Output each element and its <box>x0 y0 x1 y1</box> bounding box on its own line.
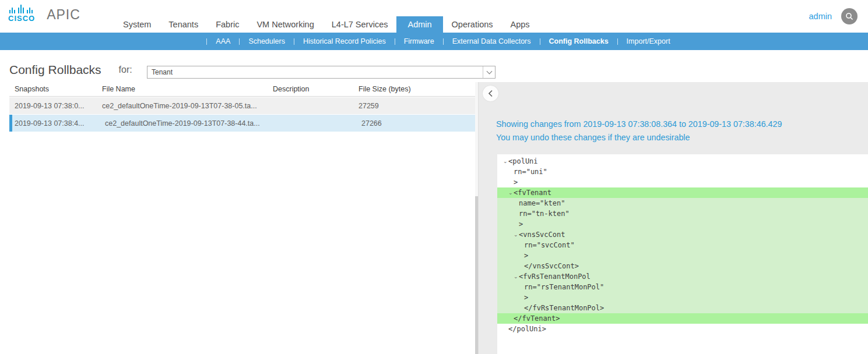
code-line: ⌄<polUni <box>497 156 868 167</box>
user-menu[interactable]: admin <box>809 12 832 21</box>
table-row[interactable]: 2019-09-13 07:38:4... ce2_defaultOneTime… <box>9 115 476 132</box>
app-header: CISCO APIC SystemTenantsFabricVM Network… <box>0 0 868 33</box>
top-nav-item[interactable]: System <box>114 16 160 33</box>
code-text: </fvRsTenantMonPol> <box>524 304 604 312</box>
subnav-item[interactable]: External Data Collectors <box>434 37 531 45</box>
top-nav-item[interactable]: VM Networking <box>248 16 322 33</box>
code-text: </vnsSvcCont> <box>524 262 579 270</box>
chevron-down-icon <box>483 66 495 78</box>
code-line: rn="tn-kten" <box>497 208 868 219</box>
table-row[interactable]: 2019-09-13 07:38:0... ce2_defaultOneTime… <box>9 97 476 114</box>
cell-file-name: ce2_defaultOneTime-2019-09-13T07-38-05.t… <box>97 102 268 110</box>
table-body: 2019-09-13 07:38:0... ce2_defaultOneTime… <box>9 97 476 132</box>
code-text: > <box>519 220 523 228</box>
subnav-item[interactable]: AAA <box>198 37 230 45</box>
top-nav-item[interactable]: Operations <box>443 16 502 33</box>
code-line: </vnsSvcCont> <box>497 261 868 271</box>
code-line: ⌄<fvRsTenantMonPol <box>497 271 868 282</box>
xml-diff-view[interactable]: ⌄<polUni rn="uni" > ⌄<fvTenant name="kte… <box>497 154 868 354</box>
cisco-logo: CISCO <box>8 5 35 23</box>
code-text: name="kten" <box>519 199 565 207</box>
cell-file-size: 27259 <box>353 102 476 110</box>
code-text: rn="svcCont" <box>524 241 575 249</box>
code-text: > <box>524 252 528 260</box>
search-icon <box>845 12 853 20</box>
column-header: Description <box>268 83 353 96</box>
brand: CISCO APIC <box>8 5 80 23</box>
collapse-arrow-icon[interactable]: ⌄ <box>503 156 508 167</box>
snapshots-table: SnapshotsFile NameDescriptionFile Size (… <box>9 83 476 132</box>
code-line: </fvRsTenantMonPol> <box>497 303 868 313</box>
code-text: <polUni <box>508 157 538 165</box>
code-line: ⌄<vnsSvcCont <box>497 229 868 240</box>
for-label: for: <box>119 65 132 75</box>
collapse-panel-button[interactable] <box>483 86 498 101</box>
top-nav-item[interactable]: Fabric <box>207 16 248 33</box>
code-line: > <box>497 250 868 261</box>
subnav-item[interactable]: Config Rollbacks <box>531 37 609 45</box>
subnav-item[interactable]: Import/Export <box>609 37 670 45</box>
admin-subnav: AAASchedulersHistorical Record PoliciesF… <box>0 33 868 50</box>
code-line: > <box>497 219 868 229</box>
code-text: <fvRsTenantMonPol <box>519 272 591 281</box>
code-text: </fvTenant> <box>514 314 560 323</box>
subnav-item[interactable]: Schedulers <box>230 37 285 45</box>
page-title: Config Rollbacks <box>9 63 101 77</box>
column-header: File Name <box>97 83 268 96</box>
code-line: > <box>497 292 868 303</box>
table-header: SnapshotsFile NameDescriptionFile Size (… <box>9 83 476 97</box>
top-nav: SystemTenantsFabricVM NetworkingL4-L7 Se… <box>114 16 539 33</box>
search-button[interactable] <box>841 8 858 24</box>
cell-snapshot: 2019-09-13 07:38:0... <box>9 102 97 110</box>
code-line: > <box>497 177 868 187</box>
product-name: APIC <box>47 7 80 23</box>
code-text: > <box>524 293 528 302</box>
code-line: rn="uni" <box>497 167 868 177</box>
top-nav-item[interactable]: Apps <box>502 16 539 33</box>
chevron-left-icon <box>488 90 493 97</box>
collapse-arrow-icon[interactable]: ⌄ <box>508 187 514 198</box>
scope-select-value: Tenant <box>147 68 483 76</box>
code-text: rn="tn-kten" <box>519 210 570 218</box>
diff-message-undo: You may undo these changes if they are u… <box>496 131 782 144</box>
scope-select[interactable]: Tenant <box>147 66 496 79</box>
code-line: </polUni> <box>497 324 868 334</box>
code-line: </fvTenant> <box>497 313 868 324</box>
cisco-wordmark: CISCO <box>8 14 35 23</box>
code-text: <fvTenant <box>514 189 551 197</box>
column-header: Snapshots <box>9 83 97 96</box>
code-line: ⌄<fvTenant <box>497 187 868 198</box>
cell-file-size: 27266 <box>356 119 476 128</box>
collapse-arrow-icon[interactable]: ⌄ <box>514 271 519 282</box>
collapse-arrow-icon[interactable]: ⌄ <box>514 229 519 240</box>
code-line: rn="rsTenantMonPol" <box>497 282 868 292</box>
code-text: </polUni> <box>508 325 546 333</box>
code-text: rn="rsTenantMonPol" <box>524 283 604 291</box>
diff-message-range: Showing changes from 2019-09-13 07:38:08… <box>496 118 782 131</box>
subnav-item[interactable]: Historical Record Policies <box>285 37 386 45</box>
top-nav-item[interactable]: Admin <box>396 16 442 33</box>
code-line: rn="svcCont" <box>497 240 868 250</box>
code-line: name="kten" <box>497 198 868 208</box>
code-text: rn="uni" <box>514 168 547 176</box>
column-header: File Size (bytes) <box>353 83 476 96</box>
cell-file-name: ce2_defaultOneTime-2019-09-13T07-38-44.t… <box>100 119 270 128</box>
code-text: <vnsSvcCont <box>519 231 565 239</box>
cell-snapshot: 2019-09-13 07:38:4... <box>12 119 100 128</box>
code-text: > <box>514 178 518 186</box>
top-nav-item[interactable]: L4-L7 Services <box>323 16 397 33</box>
top-nav-item[interactable]: Tenants <box>160 16 207 33</box>
diff-panel: Showing changes from 2019-09-13 07:38:08… <box>478 82 868 354</box>
cisco-logo-bars-icon <box>9 5 34 13</box>
subnav-item[interactable]: Firmware <box>386 37 434 45</box>
